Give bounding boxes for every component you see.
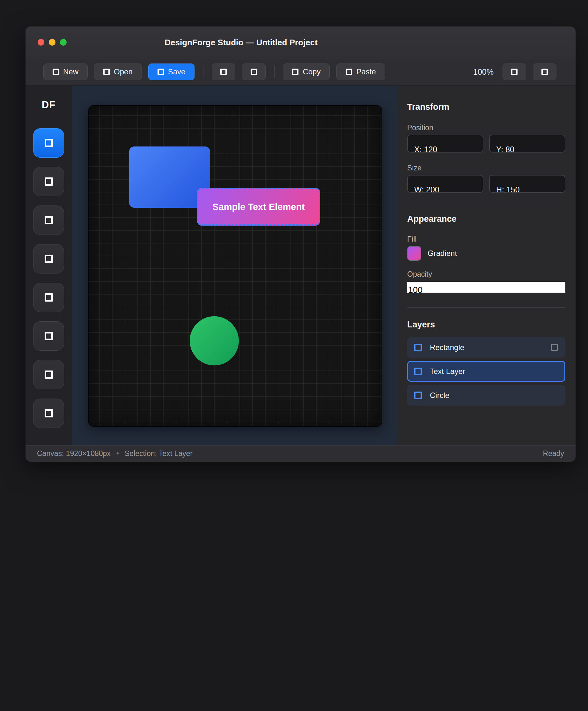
title-bar: DesignForge Studio — Untitled Project [25,26,575,58]
layer-type-icon [414,344,422,351]
tool-button-1[interactable] [33,128,64,158]
transform-section: Transform Position X: 120 Y: 80 Size W: … [407,86,565,202]
layers-title: Layers [407,320,565,329]
traffic-lights [38,26,67,58]
tool-6-icon [45,332,53,340]
tool-button-2[interactable] [33,167,64,196]
app-window: DesignForge Studio — Untitled Project Ne… [25,26,575,462]
tool-button-6[interactable] [33,321,64,351]
zoom-out-button[interactable] [502,64,526,80]
status-separator: • [116,449,119,458]
open-button[interactable]: Open [94,64,142,80]
toolbar: New Open Save Copy Paste 100% [25,58,575,86]
status-bar: Canvas: 1920×1080px • Selection: Text La… [25,445,575,462]
toolbar-divider [203,65,203,78]
width-input[interactable]: W: 200 [407,175,483,193]
properties-panel: Transform Position X: 120 Y: 80 Size W: … [397,86,575,445]
minimize-button[interactable] [49,39,55,46]
fill-label: Fill [407,235,565,243]
tool-button-4[interactable] [33,244,64,274]
save-button[interactable]: Save [148,64,195,80]
tool-list [33,128,64,428]
layer-row-text-layer[interactable]: Text Layer [407,361,565,382]
height-input[interactable]: H: 150 [489,175,565,193]
zoom-out-icon [511,69,518,75]
canvas-info: Canvas: 1920×1080px [37,449,111,458]
layer-type-icon [414,392,422,399]
redo-button[interactable] [242,64,266,80]
opacity-label: Opacity [407,270,565,279]
new-button[interactable]: New [43,64,88,80]
position-y-input[interactable]: Y: 80 [489,135,565,153]
maximize-button[interactable] [60,39,67,46]
paste-button[interactable]: Paste [336,64,385,80]
position-label: Position [407,123,565,132]
close-button[interactable] [38,39,44,46]
tool-7-icon [45,370,53,379]
opacity-slider[interactable]: 100 [407,282,565,293]
ready-status: Ready [543,449,564,458]
new-icon [53,69,59,75]
tool-3-icon [45,216,53,224]
tool-button-7[interactable] [33,360,64,389]
window-title: DesignForge Studio — Untitled Project [164,37,318,47]
fill-swatch[interactable] [407,246,421,261]
visibility-toggle-icon[interactable] [551,344,558,351]
circle-element[interactable] [190,316,239,365]
tool-1-icon [45,139,53,147]
position-x-input[interactable]: X: 120 [407,135,483,153]
design-canvas[interactable]: Sample Text Element [88,105,382,427]
appearance-section: Appearance Fill Gradient Opacity 100 [407,202,565,308]
layer-row-rectangle[interactable]: Rectangle [407,337,565,358]
tool-sidebar: DF [25,86,72,445]
app-logo: DF [42,99,55,111]
canvas-viewport: Sample Text Element [72,86,397,445]
fill-type-label: Gradient [428,249,457,258]
text-element-selected[interactable]: Sample Text Element [197,188,320,225]
layer-list: Rectangle Text Layer Circle [407,337,565,406]
zoom-in-button[interactable] [533,64,557,80]
size-label: Size [407,164,565,172]
tool-button-8[interactable] [33,398,64,428]
tool-8-icon [45,409,53,417]
zoom-in-icon [541,69,548,75]
redo-icon [251,69,257,75]
open-icon [103,69,110,75]
tool-4-icon [45,255,53,263]
layer-row-circle[interactable]: Circle [407,385,565,406]
copy-button[interactable]: Copy [283,64,330,80]
layer-type-icon [414,368,422,375]
copy-icon [292,69,298,75]
tool-button-3[interactable] [33,206,64,235]
save-icon [158,69,164,75]
paste-icon [346,69,352,75]
toolbar-divider [274,65,275,78]
tool-2-icon [45,177,53,186]
undo-icon [220,69,227,75]
appearance-title: Appearance [407,214,565,224]
transform-title: Transform [407,102,565,112]
zoom-level: 100% [473,67,494,77]
tool-5-icon [45,293,53,302]
layers-section: Layers Rectangle Text Layer Circle [407,308,565,406]
tool-button-5[interactable] [33,283,64,312]
selection-info: Selection: Text Layer [125,449,193,458]
main-content: DF Sample Text Element [25,86,575,445]
undo-button[interactable] [212,64,235,80]
